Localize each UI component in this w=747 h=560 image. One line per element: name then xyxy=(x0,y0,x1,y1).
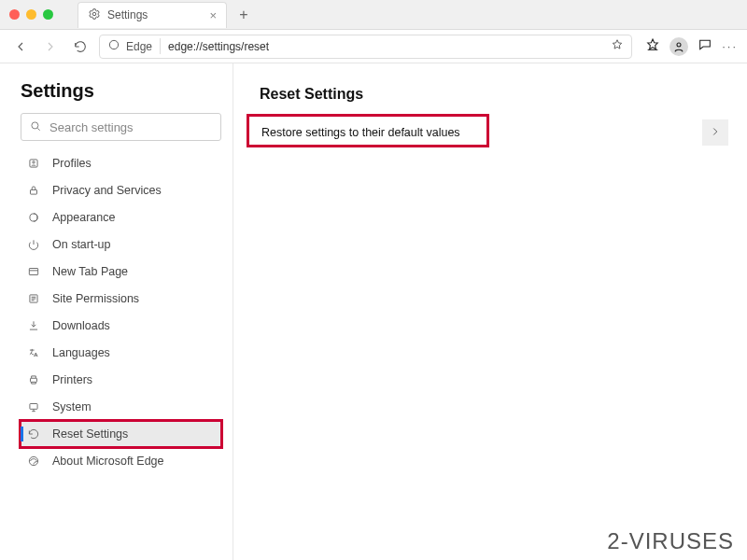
browser-tab-settings[interactable]: Settings × xyxy=(78,2,227,28)
profile-avatar[interactable] xyxy=(669,37,688,56)
watermark: 2-VIRUSES xyxy=(607,528,734,554)
newtab-icon xyxy=(26,265,41,278)
new-tab-button[interactable]: + xyxy=(233,4,255,26)
svg-rect-10 xyxy=(31,378,37,382)
sidebar-item-newtab[interactable]: New Tab Page xyxy=(21,259,221,285)
sidebar-item-system[interactable]: System xyxy=(21,394,221,420)
settings-main: Reset Settings Restore settings to their… xyxy=(233,63,747,560)
address-bar[interactable]: Edge edge://settings/reset xyxy=(99,35,632,59)
url-text: edge://settings/reset xyxy=(168,40,269,53)
restore-defaults-row[interactable]: Restore settings to their default values xyxy=(252,116,728,149)
sidebar-item-downloads[interactable]: Downloads xyxy=(21,313,221,339)
sidebar-item-label: Downloads xyxy=(52,319,110,332)
power-icon xyxy=(26,238,41,251)
svg-rect-11 xyxy=(30,404,37,410)
sidebar-item-label: System xyxy=(52,400,92,413)
sidebar-item-languages[interactable]: Languages xyxy=(21,340,221,366)
chevron-right-icon xyxy=(709,125,722,141)
sidebar-item-label: About Microsoft Edge xyxy=(52,455,164,468)
sidebar-item-startup[interactable]: On start-up xyxy=(21,231,221,258)
close-tab-icon[interactable]: × xyxy=(209,8,217,22)
search-input[interactable]: Search settings xyxy=(21,113,221,141)
profile-icon xyxy=(26,157,41,170)
settings-sidebar: Settings Search settings Profiles Privac… xyxy=(0,63,233,560)
more-menu-icon[interactable]: ··· xyxy=(722,39,738,53)
sidebar-item-privacy[interactable]: Privacy and Services xyxy=(21,177,221,203)
svg-rect-6 xyxy=(31,189,37,194)
feedback-icon[interactable] xyxy=(698,37,712,55)
svg-point-2 xyxy=(677,43,681,47)
restore-defaults-label: Restore settings to their default values xyxy=(261,126,460,139)
favorites-icon[interactable] xyxy=(645,37,660,55)
sidebar-item-label: Languages xyxy=(52,346,110,359)
site-identity: Edge xyxy=(107,38,161,54)
svg-rect-8 xyxy=(29,269,37,275)
back-button[interactable] xyxy=(9,35,32,58)
edge-icon xyxy=(26,455,41,468)
printer-icon xyxy=(26,373,41,386)
languages-icon xyxy=(26,346,41,359)
forward-button[interactable] xyxy=(39,35,62,58)
minimize-window-button[interactable] xyxy=(26,9,36,20)
sidebar-item-reset-settings[interactable]: Reset Settings xyxy=(21,421,221,447)
sidebar-item-label: New Tab Page xyxy=(52,265,128,278)
settings-nav: Profiles Privacy and Services Appearance… xyxy=(21,150,221,474)
titlebar: Settings × + xyxy=(0,0,747,30)
appearance-icon xyxy=(26,211,41,224)
search-icon xyxy=(29,119,42,135)
sidebar-item-label: Privacy and Services xyxy=(52,184,162,197)
permissions-icon xyxy=(26,292,41,305)
close-window-button[interactable] xyxy=(9,9,20,20)
page-heading: Reset Settings xyxy=(260,86,728,103)
sidebar-item-label: Reset Settings xyxy=(52,427,128,441)
sidebar-item-label: On start-up xyxy=(52,238,111,251)
gear-icon xyxy=(88,7,101,23)
system-icon xyxy=(26,400,41,413)
sidebar-item-appearance[interactable]: Appearance xyxy=(21,204,221,231)
star-outline-icon[interactable] xyxy=(611,38,624,54)
sidebar-item-label: Printers xyxy=(52,373,92,386)
svg-point-5 xyxy=(33,161,35,163)
restore-defaults-chevron[interactable] xyxy=(702,119,728,146)
maximize-window-button[interactable] xyxy=(43,9,53,20)
settings-content: Settings Search settings Profiles Privac… xyxy=(0,63,747,560)
refresh-button[interactable] xyxy=(69,35,92,58)
svg-point-1 xyxy=(109,40,118,49)
sidebar-item-printers[interactable]: Printers xyxy=(21,367,221,393)
sidebar-item-profiles[interactable]: Profiles xyxy=(21,150,221,176)
window-controls xyxy=(0,9,53,20)
search-placeholder: Search settings xyxy=(49,120,134,134)
lock-icon xyxy=(26,184,41,197)
sidebar-title: Settings xyxy=(21,80,221,102)
sidebar-item-label: Site Permissions xyxy=(52,292,139,305)
svg-point-0 xyxy=(92,12,96,16)
restore-row-container: Restore settings to their default values xyxy=(252,116,728,149)
svg-point-3 xyxy=(32,121,38,128)
sidebar-item-site-permissions[interactable]: Site Permissions xyxy=(21,286,221,312)
toolbar-actions: ··· xyxy=(645,37,738,56)
download-icon xyxy=(26,319,41,332)
edge-logo-icon xyxy=(107,38,120,54)
reset-icon xyxy=(26,427,41,441)
sidebar-item-label: Profiles xyxy=(52,157,92,170)
browser-toolbar: Edge edge://settings/reset ··· xyxy=(0,30,747,63)
sidebar-item-about[interactable]: About Microsoft Edge xyxy=(21,448,221,474)
sidebar-item-label: Appearance xyxy=(52,211,115,224)
tab-title: Settings xyxy=(107,8,148,21)
site-identity-label: Edge xyxy=(126,40,152,53)
